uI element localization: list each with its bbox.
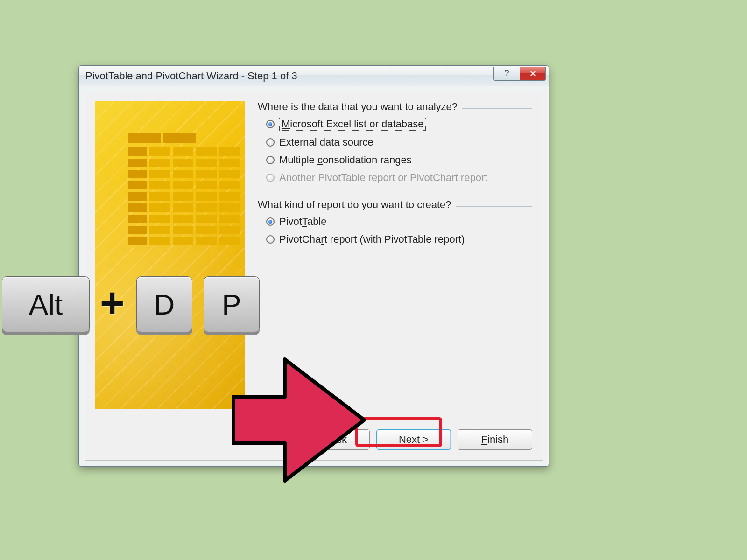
group-data-source: Where is the data that you want to analy… xyxy=(258,101,532,187)
group-report-kind: What kind of report do you want to creat… xyxy=(258,199,532,248)
wizard-dialog: PivotTable and PivotChart Wizard - Step … xyxy=(78,65,549,467)
radio-icon xyxy=(266,217,275,226)
option-another-report: Another PivotTable report or PivotChart … xyxy=(258,169,532,187)
radio-icon xyxy=(266,174,275,182)
radio-icon xyxy=(266,235,275,244)
key-alt: Alt xyxy=(2,276,90,332)
help-button[interactable]: ? xyxy=(493,67,520,81)
option-external-data[interactable]: External data source xyxy=(258,133,532,151)
option-multiple-consolidation[interactable]: Multiple consolidation ranges xyxy=(258,151,532,169)
close-button[interactable]: ✕ xyxy=(520,67,546,81)
close-icon: ✕ xyxy=(529,69,536,79)
table-graphic xyxy=(128,133,245,248)
option-pivottable[interactable]: PivotTable xyxy=(258,213,532,231)
dialog-title: PivotTable and PivotChart Wizard - Step … xyxy=(85,70,297,82)
option-pivotchart[interactable]: PivotChart report (with PivotTable repor… xyxy=(258,231,532,248)
back-button[interactable]: < Back xyxy=(295,429,370,450)
help-icon: ? xyxy=(504,69,509,78)
window-buttons: ? ✕ xyxy=(493,67,546,81)
next-button[interactable]: Next > xyxy=(376,429,451,450)
titlebar: PivotTable and PivotChart Wizard - Step … xyxy=(79,66,549,86)
radio-icon xyxy=(266,120,275,128)
plus-icon: + xyxy=(100,279,125,327)
group1-label: Where is the data that you want to analy… xyxy=(258,101,458,113)
wizard-illustration xyxy=(95,101,245,409)
radio-icon xyxy=(266,156,275,164)
group2-label: What kind of report do you want to creat… xyxy=(258,199,451,211)
key-d: D xyxy=(136,276,192,332)
options-panel: Where is the data that you want to analy… xyxy=(258,101,532,260)
finish-button[interactable]: Finish xyxy=(458,429,532,450)
radio-icon xyxy=(266,138,275,147)
button-row: Cancel < Back Next > Finish xyxy=(214,429,532,450)
key-p: P xyxy=(204,276,260,332)
option-excel-list[interactable]: Microsoft Excel list or database xyxy=(258,115,532,133)
